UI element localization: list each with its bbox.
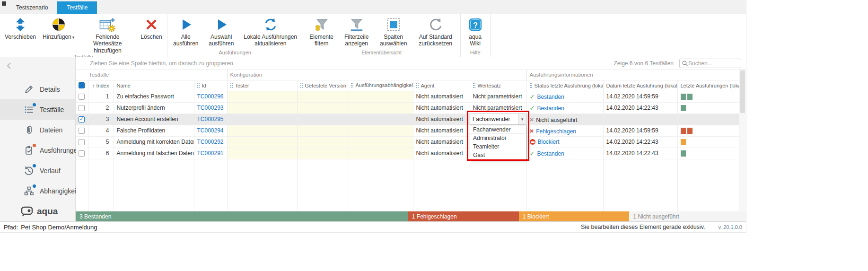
checkbox-cell[interactable] xyxy=(76,91,88,102)
id-cell[interactable]: TC000296 xyxy=(194,91,227,102)
checkbox-cell[interactable] xyxy=(76,102,88,114)
agent-cell[interactable]: Nicht automatisiert xyxy=(413,148,470,159)
version-cell[interactable] xyxy=(297,148,348,159)
filterzeile-anzeigen-button[interactable]: Filterzeile anzeigen xyxy=(339,14,375,47)
search-box[interactable] xyxy=(679,59,741,68)
auswahl-ausfuehren-button[interactable]: Auswahl ausführen xyxy=(203,14,240,47)
dependency-cell[interactable] xyxy=(348,114,413,125)
dropdown-option[interactable]: Fachanwender xyxy=(470,125,526,134)
name-cell[interactable]: Anmeldung mit korrekten Daten xyxy=(114,136,194,148)
column-header-letzte-ausfuehrungen[interactable]: Letzte Ausführungen (lokal) xyxy=(677,80,739,91)
select-all-checkbox[interactable] xyxy=(79,82,85,88)
testcase-id-link[interactable]: TC000291 xyxy=(197,150,224,157)
table-row[interactable]: 4 Falsche Profildaten TC000294 Nicht aut… xyxy=(76,125,739,136)
status-cell[interactable]: ×Nicht ausgeführt xyxy=(526,114,603,125)
tester-cell[interactable] xyxy=(227,102,297,114)
sidebar-item-verlauf[interactable]: Verlauf xyxy=(0,160,75,181)
hinzufuegen-button[interactable]: Hinzufügen▾ xyxy=(39,14,78,40)
spalten-auswaehlen-button[interactable]: Spalten auswählen xyxy=(375,14,412,47)
column-header-agent[interactable]: Agent xyxy=(413,80,470,91)
agent-cell[interactable]: Nicht automatisiert xyxy=(413,136,470,148)
date-cell[interactable] xyxy=(603,114,677,125)
status-cell[interactable]: Blockiert xyxy=(526,136,603,148)
testcase-id-link[interactable]: TC000293 xyxy=(197,105,224,111)
vertical-scrollbar[interactable] xyxy=(739,70,746,211)
dependency-cell[interactable] xyxy=(348,136,413,148)
index-cell[interactable]: 4 xyxy=(88,125,114,136)
status-cell[interactable]: ✓Bestanden xyxy=(526,91,603,102)
status-cell[interactable]: ×Fehlgeschlagen xyxy=(526,125,603,136)
id-cell[interactable]: TC000292 xyxy=(194,136,227,148)
agent-cell[interactable]: Nicht automatisiert xyxy=(413,102,470,114)
tester-cell[interactable] xyxy=(227,91,297,102)
id-cell[interactable]: TC000293 xyxy=(194,102,227,114)
id-cell[interactable]: TC000291 xyxy=(194,148,227,159)
auf-standard-zuruecksetzen-button[interactable]: Auf Standard zurücksetzen xyxy=(412,14,459,47)
column-header-status[interactable]: Status letzte Ausführung (lokal) xyxy=(526,80,603,91)
wertesatz-combobox[interactable]: Fachanwender ▾ xyxy=(470,114,526,125)
testcase-id-link[interactable]: TC000294 xyxy=(197,127,224,134)
column-header-getestete-version[interactable]: Getestete Version xyxy=(297,80,348,91)
date-cell[interactable]: 14.02.2020 14:59:59 xyxy=(603,125,677,136)
index-cell[interactable]: 6 xyxy=(88,148,114,159)
version-cell[interactable] xyxy=(297,125,348,136)
dependency-cell[interactable] xyxy=(348,91,413,102)
testcase-id-link[interactable]: TC000292 xyxy=(197,139,224,145)
checkbox-cell[interactable] xyxy=(76,125,88,136)
checkbox-cell[interactable] xyxy=(76,136,88,148)
row-checkbox[interactable] xyxy=(79,128,85,134)
row-checkbox[interactable] xyxy=(79,150,85,157)
testcase-id-link[interactable]: TC000296 xyxy=(197,93,224,100)
date-cell[interactable]: 14.02.2020 14:22:43 xyxy=(603,136,677,148)
version-cell[interactable] xyxy=(297,114,348,125)
agent-cell[interactable]: Nicht automatisiert xyxy=(413,114,470,125)
elemente-filtern-button[interactable]: Elemente filtern xyxy=(305,14,339,47)
sidebar-item-abhaengigkeiten[interactable]: Abhängigkeiten xyxy=(0,181,75,201)
table-row[interactable]: 1 Zu einfaches Passwort TC000296 Nicht a… xyxy=(76,91,739,102)
wertesatz-cell[interactable]: Nicht parametrisiert xyxy=(470,102,526,114)
verschieben-button[interactable]: Verschieben xyxy=(1,14,39,40)
row-checkbox[interactable] xyxy=(79,105,85,111)
column-header-index[interactable]: ↑Index xyxy=(88,80,114,91)
sidebar-item-ausfuehrungen[interactable]: Ausführungen xyxy=(0,140,75,160)
tester-cell[interactable] xyxy=(227,148,297,159)
column-header-name[interactable]: Name xyxy=(114,80,194,91)
date-cell[interactable]: 14.02.2020 14:22:43 xyxy=(603,102,677,114)
column-header-ausfuehrungsabhaengigkeit[interactable]: Ausführungsabhängigkeit? xyxy=(348,80,413,91)
column-header-wertesatz[interactable]: Wertesatz xyxy=(470,80,526,91)
id-cell[interactable]: TC000294 xyxy=(194,125,227,136)
row-checkbox[interactable] xyxy=(79,139,85,145)
dependency-cell[interactable] xyxy=(348,125,413,136)
date-cell[interactable]: 14.02.2020 14:22:43 xyxy=(603,148,677,159)
name-cell[interactable]: Falsche Profildaten xyxy=(114,125,194,136)
aqua-wiki-button[interactable]: ? aqua Wiki xyxy=(462,14,489,47)
dependency-cell[interactable] xyxy=(348,148,413,159)
index-cell[interactable]: 3 xyxy=(88,114,114,125)
status-cell[interactable]: ✓Bestanden xyxy=(526,148,603,159)
column-header-datum[interactable]: Datum letzte Ausführung (lokal) xyxy=(603,80,677,91)
name-cell[interactable]: Nutzerprofil ändern xyxy=(114,102,194,114)
id-cell[interactable]: TC000295 xyxy=(194,114,227,125)
version-cell[interactable] xyxy=(297,136,348,148)
scrollbar-thumb[interactable] xyxy=(740,70,745,113)
sidebar-collapse-button[interactable] xyxy=(7,62,13,71)
name-cell[interactable]: Anmeldung mit falschen Daten xyxy=(114,148,194,159)
checkbox-cell[interactable] xyxy=(76,148,88,159)
loeschen-button[interactable]: Löschen xyxy=(137,14,165,40)
name-cell[interactable]: Zu einfaches Passwort xyxy=(114,91,194,102)
row-checkbox[interactable] xyxy=(79,116,85,122)
row-checkbox[interactable] xyxy=(79,94,85,100)
tester-cell[interactable] xyxy=(227,114,297,125)
column-header-id[interactable]: Id xyxy=(194,80,227,91)
sidebar-item-details[interactable]: Details xyxy=(0,79,75,99)
sidebar-item-dateien[interactable]: Dateien xyxy=(0,120,75,140)
sidebar-item-testfaelle[interactable]: Testfälle xyxy=(0,99,75,120)
tester-cell[interactable] xyxy=(227,125,297,136)
wertesatz-cell[interactable]: Nicht parametrisiert xyxy=(470,91,526,102)
table-row[interactable]: 2 Nutzerprofil ändern TC000293 Nicht aut… xyxy=(76,102,739,114)
table-row-selected[interactable]: 3 Neuen Account erstellen TC000295 Nicht… xyxy=(76,114,739,125)
tab-testfaelle[interactable]: Testfälle xyxy=(57,1,97,14)
index-cell[interactable]: 1 xyxy=(88,91,114,102)
column-header-tester[interactable]: Tester xyxy=(227,80,297,91)
date-cell[interactable]: 14.02.2020 14:59:59 xyxy=(603,91,677,102)
